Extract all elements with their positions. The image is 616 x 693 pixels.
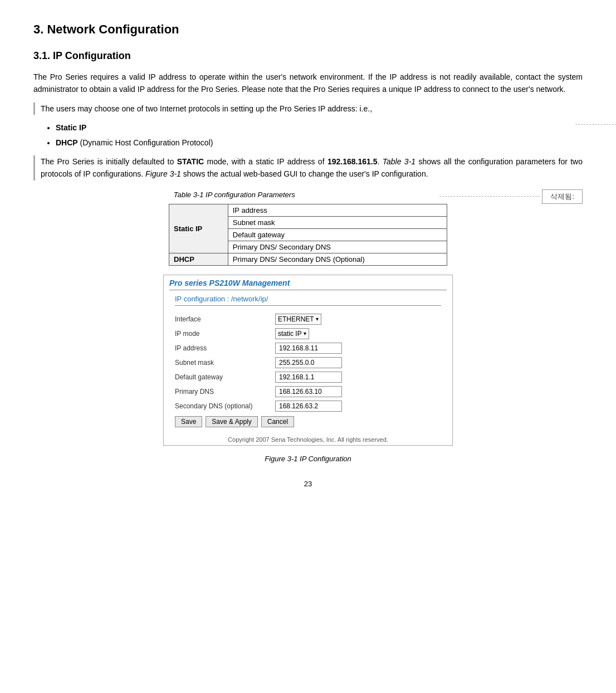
ip-mode-select[interactable]: static IP ▾ [275,328,309,339]
primary-dns-cell: Primary DNS/ Secondary DNS [228,241,447,253]
ip-mode-value: static IP [278,330,302,338]
dashed-line-2 [439,196,540,197]
dashed-line-1 [575,124,616,125]
default-gateway-cell: Default gateway [228,228,447,241]
gui-field-secondary-dns: Secondary DNS (optional) 168.126.63.2 [175,401,441,412]
left-border-section: The users may choose one of two Internet… [33,103,583,115]
ip-mode-label: IP mode [175,330,275,338]
config-table: Static IP IP address Subnet mask Default… [169,204,447,266]
para3-text2: mode, with a static IP address of [204,157,327,166]
secondary-dns-label: Secondary DNS (optional) [175,402,275,410]
ip-address-label: IP address [175,344,275,352]
gui-mockup: Pro series PS210W Management IP configur… [163,275,453,446]
secondary-dns-input[interactable]: 168.126.63.2 [275,401,342,412]
gui-header-divider [169,290,447,290]
gui-buttons-row: Save Save & Apply Cancel [175,416,441,427]
dhcp-bold-label: DHCP [56,138,78,147]
paragraph3-border: The Pro Series is initially defaulted to… [33,155,583,180]
dhcp-dns-cell: Primary DNS/ Secondary DNS (Optional) [228,253,447,265]
subnet-mask-label: Subnet mask [175,359,275,367]
bullets-container: Static IP DHCP (Dynamic Host Configurati… [33,121,583,149]
annotation-1-container: 삭제됨: [575,117,616,131]
figure-caption: Figure 3-1 IP Configuration [33,455,583,463]
gui-header: Pro series PS210W Management IP configur… [164,275,452,311]
ip-address-cell: IP address [228,204,447,216]
table-caption: Table 3-1 IP configuration Parameters [33,191,435,199]
gui-field-subnet-mask: Subnet mask 255.255.0.0 [175,357,441,368]
static-ip-cell: Static IP [169,204,228,253]
list-item-dhcp: DHCP (Dynamic Host Configuration Protoco… [56,136,583,149]
protocol-list: Static IP DHCP (Dynamic Host Configurati… [56,121,583,149]
gui-field-ip-address: IP address 192.168.8.11 [175,343,441,354]
primary-dns-input[interactable]: 168.126.63.10 [275,386,342,397]
gui-body: Interface ETHERNET ▾ IP mode static IP ▾… [164,311,452,433]
para3-bold1: STATIC [177,157,204,166]
para3-italic1: Table 3-1 [383,157,415,166]
gui-section-divider [175,305,441,306]
dhcp-suffix: (Dynamic Host Configuration Protocol) [78,138,213,147]
para3-bold2: 192.168.161.5 [327,157,378,166]
table-row: Static IP IP address [169,204,447,216]
static-ip-label: Static IP [56,123,86,132]
subnet-mask-input[interactable]: 255.255.0.0 [275,357,342,368]
para3-text3: . [377,157,382,166]
gui-section-title: IP configuration : /network/ip/ [169,292,447,305]
gui-title: Pro series PS210W Management [169,279,447,287]
dhcp-cell: DHCP [169,253,228,265]
gui-field-ip-mode: IP mode static IP ▾ [175,328,441,339]
interface-select[interactable]: ETHERNET ▾ [275,314,321,325]
para3-text1: The Pro Series is initially defaulted to [41,157,177,166]
save-button[interactable]: Save [175,416,202,427]
main-heading: 3. Network Configuration [33,22,583,37]
primary-dns-label: Primary DNS [175,388,275,396]
ip-mode-arrow-icon: ▾ [304,330,306,336]
gui-field-primary-dns: Primary DNS 168.126.63.10 [175,386,441,397]
page-number: 23 [33,480,583,488]
gui-field-default-gateway: Default gateway 192.168.1.1 [175,372,441,383]
cancel-button[interactable]: Cancel [261,416,294,427]
annotation-2-box: 삭제됨: [542,189,583,204]
ip-address-input[interactable]: 192.168.8.11 [275,343,342,354]
table-row: DHCP Primary DNS/ Secondary DNS (Optiona… [169,253,447,265]
table-section: Table 3-1 IP configuration Parameters 삭제… [33,189,583,266]
paragraph-3: The Pro Series is initially defaulted to… [41,155,583,180]
interface-label: Interface [175,315,275,323]
gui-copyright: Copyright 2007 Sena Technologies, Inc. A… [164,433,452,445]
table-caption-row: Table 3-1 IP configuration Parameters 삭제… [33,189,583,204]
para3-text5: shows the actual web-based GUI to change… [181,169,428,178]
para3-italic2: Figure 3-1 [145,169,181,178]
subnet-mask-cell: Subnet mask [228,216,447,228]
save-apply-button[interactable]: Save & Apply [206,416,257,427]
sub-heading: 3.1. IP Configuration [33,50,583,62]
interface-arrow-icon: ▾ [316,316,319,322]
paragraph-2: The users may choose one of two Internet… [41,103,583,115]
interface-value: ETHERNET [278,315,314,323]
paragraph-1: The Pro Series requires a valid IP addre… [33,71,583,96]
default-gateway-input[interactable]: 192.168.1.1 [275,372,342,383]
default-gateway-label: Default gateway [175,373,275,381]
list-item-static-ip: Static IP [56,121,583,134]
gui-field-interface: Interface ETHERNET ▾ [175,314,441,325]
